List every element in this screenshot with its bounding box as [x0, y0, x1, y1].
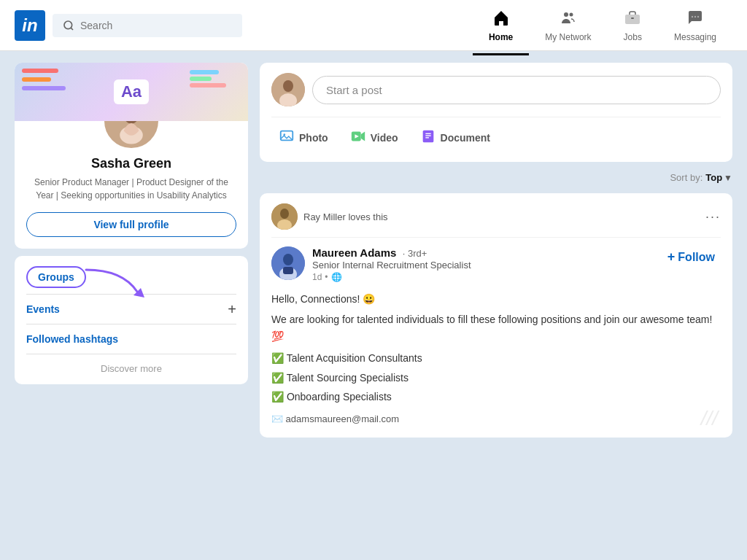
meta-dot: • [325, 272, 328, 282]
svg-point-0 [64, 21, 72, 29]
author-avatar-img [271, 246, 305, 280]
post-author-row: Maureen Adams · 3rd+ Senior Internal Rec… [271, 246, 721, 282]
document-action[interactable]: Document [413, 123, 498, 152]
follow-label: Follow [678, 251, 715, 264]
nav-home-label: Home [489, 32, 513, 42]
svg-point-7 [694, 15, 696, 17]
linkedin-logo: in [15, 10, 45, 41]
loved-by-text: Ray Miller loves this [303, 211, 388, 222]
post-card: Ray Miller loves this ··· Maureen Adams [260, 193, 732, 438]
author-name-row: Maureen Adams · 3rd+ [312, 246, 654, 260]
composer-avatar-image [271, 73, 305, 106]
profile-banner: Aa [15, 63, 248, 121]
events-link[interactable]: Events [26, 298, 236, 321]
nav-home[interactable]: Home [473, 4, 529, 47]
svg-rect-5 [631, 18, 634, 19]
nav-messaging[interactable]: Messaging [658, 4, 732, 47]
video-icon [350, 128, 366, 147]
events-row: Events + [26, 298, 236, 321]
messaging-icon [686, 9, 704, 31]
svg-line-1 [71, 28, 73, 30]
post-more-options[interactable]: ··· [705, 209, 721, 225]
loved-by-avatar-img [271, 203, 298, 230]
svg-point-14 [283, 80, 293, 92]
sort-label: Sort by: [670, 172, 703, 183]
loved-by-avatar [271, 203, 298, 230]
post-line-1: Hello, Connections! 😀 [271, 291, 721, 307]
svg-rect-4 [625, 15, 640, 24]
svg-rect-31 [283, 267, 293, 274]
profile-name: Sasha Green [15, 156, 248, 171]
discover-more-link[interactable]: Discover more [26, 357, 236, 374]
my-network-icon [560, 9, 577, 31]
svg-point-29 [283, 254, 293, 265]
list-item-1: ✅ Talent Acquisition Consultants [271, 349, 721, 368]
list-item-3: ✅ Onboarding Specialists [271, 387, 721, 406]
sort-dropdown-icon[interactable]: ▼ [724, 173, 732, 183]
feed: Start a post Photo Video [260, 63, 732, 548]
svg-point-8 [697, 15, 699, 17]
svg-rect-21 [422, 130, 433, 142]
svg-marker-19 [360, 131, 365, 141]
follow-button[interactable]: + Follow [662, 246, 721, 268]
composer-user-avatar [271, 73, 305, 106]
banner-decoration [22, 69, 66, 90]
photo-icon [279, 128, 295, 147]
nav-my-network[interactable]: My Network [529, 4, 607, 47]
video-action[interactable]: Video [343, 123, 406, 152]
search-input[interactable] [80, 20, 226, 31]
post-timestamp: 1d [312, 272, 322, 282]
search-bar[interactable] [53, 14, 242, 37]
groups-container: Groups [26, 266, 86, 288]
svg-point-2 [564, 12, 568, 17]
jobs-icon [624, 9, 641, 31]
search-icon [63, 20, 74, 31]
plus-button[interactable]: + [228, 302, 236, 316]
profile-title: Senior Product Manager | Product Designe… [15, 171, 248, 202]
header: in Home My Network Jobs [0, 0, 747, 51]
photo-label: Photo [299, 132, 328, 144]
start-post-input[interactable]: Start a post [312, 76, 721, 104]
groups-link[interactable]: Groups [26, 266, 86, 288]
post-line-2: We are looking for talented individuals … [271, 311, 721, 344]
author-info: Maureen Adams · 3rd+ Senior Internal Rec… [312, 246, 654, 282]
nav-jobs-label: Jobs [624, 32, 642, 42]
sidebar-divider-1 [26, 294, 236, 295]
nav-jobs[interactable]: Jobs [608, 4, 658, 47]
sort-value[interactable]: Top [705, 172, 722, 183]
svg-point-26 [280, 209, 289, 219]
list-item-2: ✅ Talent Sourcing Specialists [271, 368, 721, 387]
view-profile-button[interactable]: View full profile [26, 212, 236, 237]
sort-bar: Sort by: Top ▼ [260, 169, 732, 186]
author-name[interactable]: Maureen Adams [312, 246, 396, 259]
post-email: ✉️ adamsmaureen@mail.com [271, 412, 721, 427]
document-label: Document [441, 132, 490, 144]
author-degree: · 3rd+ [403, 248, 427, 259]
composer-actions: Photo Video Document [271, 117, 721, 152]
document-icon [420, 128, 436, 147]
top-nav: Home My Network Jobs Messaging [473, 4, 732, 47]
followed-hashtags-link[interactable]: Followed hashtags [26, 327, 236, 351]
sidebar-divider-3 [26, 354, 236, 354]
home-icon [492, 9, 510, 31]
composer-top-row: Start a post [271, 73, 721, 106]
video-label: Video [371, 132, 398, 144]
author-meta: 1d • 🌐 [312, 272, 654, 282]
svg-point-3 [569, 12, 573, 16]
author-avatar [271, 246, 305, 280]
banner-right-decor [190, 70, 226, 88]
post-loved-by: Ray Miller loves this ··· [271, 203, 721, 238]
follow-plus-icon: + [667, 249, 676, 265]
svg-marker-12 [133, 288, 144, 298]
linkedin-logo-text: in [22, 15, 37, 36]
post-composer: Start a post Photo Video [260, 63, 732, 162]
post-list: ✅ Talent Acquisition Consultants ✅ Talen… [271, 349, 721, 406]
author-title: Senior Internal Recruitment Specialist [312, 260, 654, 271]
nav-my-network-label: My Network [545, 32, 591, 42]
left-sidebar: Aa [15, 63, 248, 548]
banner-aa-text: Aa [114, 79, 149, 104]
main-content: Aa [0, 51, 747, 560]
profile-card: Aa [15, 63, 248, 249]
photo-action[interactable]: Photo [271, 123, 336, 152]
nav-messaging-label: Messaging [674, 32, 716, 42]
